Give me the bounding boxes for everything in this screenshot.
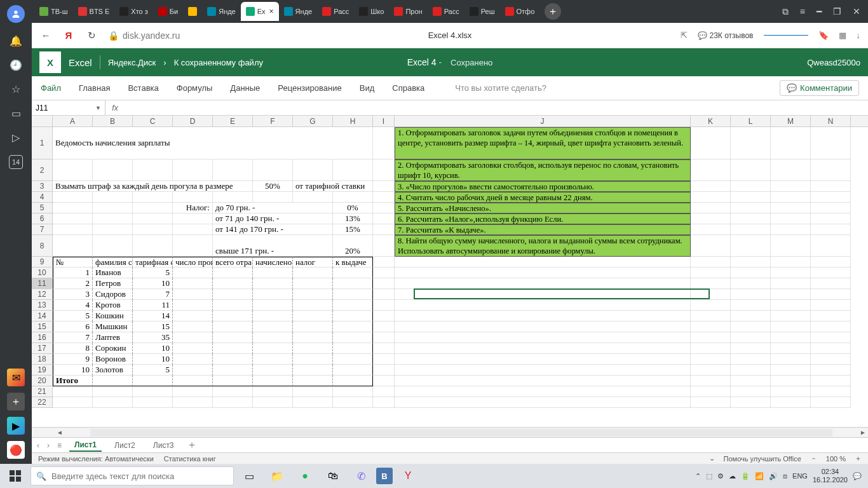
ribbon-tab-help[interactable]: Справка: [392, 81, 424, 95]
scroll-left-icon[interactable]: ◄: [55, 429, 65, 436]
row-header[interactable]: 16: [32, 332, 53, 343]
cell[interactable]: 7: [133, 289, 173, 300]
cell[interactable]: [213, 278, 253, 289]
cell[interactable]: [811, 127, 851, 159]
scroll-track[interactable]: [90, 429, 832, 437]
tell-me-input[interactable]: Что вы хотите сделать?: [455, 83, 546, 93]
browser-tab[interactable]: Би: [153, 2, 183, 21]
row-header[interactable]: 20: [32, 376, 53, 386]
cell[interactable]: число прог: [173, 257, 213, 268]
browser-tab[interactable]: [183, 2, 202, 21]
cell[interactable]: [395, 322, 691, 332]
cell[interactable]: [293, 386, 333, 397]
cell[interactable]: [173, 268, 213, 278]
row-header[interactable]: 13: [32, 300, 53, 311]
cell[interactable]: [771, 224, 811, 235]
cell[interactable]: [771, 322, 811, 332]
cell[interactable]: [811, 365, 851, 376]
cell[interactable]: [731, 268, 771, 278]
cell[interactable]: [333, 397, 373, 408]
reviews-badge[interactable]: 💬 23К отзывов: [698, 31, 753, 40]
cell[interactable]: [213, 354, 253, 365]
cell[interactable]: 13%: [333, 214, 373, 224]
alice-icon[interactable]: 🔴: [7, 441, 25, 459]
cell[interactable]: [213, 376, 253, 386]
cell[interactable]: от тарифной ставки: [293, 181, 373, 192]
cell[interactable]: [731, 365, 771, 376]
cell[interactable]: [293, 311, 333, 322]
browser-tab[interactable]: Шко: [354, 2, 389, 21]
download-icon[interactable]: ↓: [857, 30, 861, 40]
cell[interactable]: [373, 192, 395, 203]
cell[interactable]: [771, 203, 811, 214]
cell[interactable]: 50%: [253, 181, 293, 192]
bookmark-icon[interactable]: 🔖: [818, 30, 829, 40]
cell[interactable]: [395, 365, 691, 376]
zoom-out-button[interactable]: －: [810, 454, 817, 463]
cell[interactable]: 7. Рассчитать «К выдаче».: [395, 224, 691, 235]
cell[interactable]: [213, 386, 253, 397]
col-header[interactable]: C: [133, 116, 173, 126]
cell[interactable]: [213, 343, 253, 354]
cell[interactable]: 7: [53, 332, 93, 343]
cell[interactable]: 11: [133, 300, 173, 311]
cell[interactable]: [771, 354, 811, 365]
cell[interactable]: [811, 257, 851, 268]
cell[interactable]: [691, 257, 731, 268]
row-header[interactable]: 15: [32, 322, 53, 332]
cell[interactable]: 9: [53, 354, 93, 365]
col-header[interactable]: B: [93, 116, 133, 126]
cell[interactable]: [811, 300, 851, 311]
cell[interactable]: [173, 397, 213, 408]
help-improve[interactable]: Помочь улучшить Office: [724, 455, 801, 463]
cell[interactable]: [373, 257, 395, 268]
cell[interactable]: Лаптев: [93, 332, 133, 343]
cell[interactable]: [213, 311, 253, 322]
row-header[interactable]: 17: [32, 343, 53, 354]
cell[interactable]: [691, 311, 731, 322]
cell[interactable]: №: [53, 257, 93, 268]
row-header[interactable]: 18: [32, 354, 53, 365]
cell[interactable]: [811, 376, 851, 386]
cell[interactable]: [691, 127, 731, 159]
viber-icon[interactable]: ✆: [348, 465, 374, 487]
cell[interactable]: 35: [133, 332, 173, 343]
cell[interactable]: [395, 332, 691, 343]
cell[interactable]: [253, 289, 293, 300]
cell[interactable]: [133, 203, 173, 214]
status-dropdown-icon[interactable]: ⌄: [709, 454, 715, 463]
cell[interactable]: 2: [53, 278, 93, 289]
cell[interactable]: [93, 376, 133, 386]
cell[interactable]: [333, 322, 373, 332]
cell[interactable]: [373, 235, 395, 257]
sheet-tab[interactable]: Лист3: [148, 440, 179, 451]
col-header[interactable]: H: [333, 116, 373, 126]
cell[interactable]: [691, 268, 731, 278]
panels-icon[interactable]: ⧉: [782, 6, 789, 17]
cell[interactable]: Золотов: [93, 365, 133, 376]
cell[interactable]: [811, 343, 851, 354]
row-header[interactable]: 5: [32, 203, 53, 214]
cell[interactable]: [93, 386, 133, 397]
cell[interactable]: [173, 192, 213, 203]
cell[interactable]: [811, 386, 851, 397]
cell[interactable]: [811, 203, 851, 214]
cell[interactable]: 5: [133, 365, 173, 376]
browser-tab[interactable]: BTS E: [73, 2, 115, 21]
cell[interactable]: [811, 278, 851, 289]
cell[interactable]: 15: [133, 322, 173, 332]
cell[interactable]: [373, 127, 395, 159]
collections-icon[interactable]: ▭: [10, 107, 22, 119]
file-explorer-icon[interactable]: 📁: [264, 465, 290, 487]
cell[interactable]: 1. Отформатировать заголовок задачи путе…: [395, 127, 691, 159]
cell[interactable]: [373, 354, 395, 365]
cell[interactable]: Ведомость начисления зарплаты: [53, 127, 373, 159]
cell[interactable]: к выдаче: [333, 257, 373, 268]
breadcrumb-root[interactable]: Яндекс.Диск: [108, 58, 156, 67]
cell[interactable]: [731, 127, 771, 159]
history-icon[interactable]: 🕘: [10, 58, 22, 71]
volume-icon[interactable]: 🔊: [769, 472, 778, 480]
cell[interactable]: [133, 235, 173, 257]
ribbon-tab-review[interactable]: Рецензирование: [278, 81, 341, 95]
cell[interactable]: [373, 289, 395, 300]
